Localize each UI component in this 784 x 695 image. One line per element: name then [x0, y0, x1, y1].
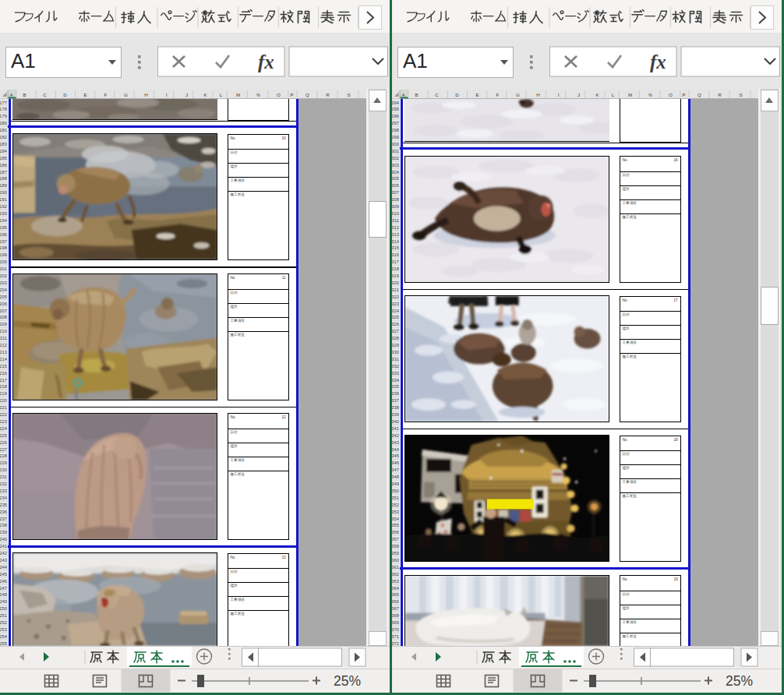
svg-text:G: G — [124, 92, 128, 97]
svg-text:225: 225 — [0, 433, 7, 438]
svg-text:346: 346 — [392, 460, 399, 465]
svg-text:221: 221 — [0, 405, 7, 410]
svg-text:188: 188 — [0, 176, 7, 181]
svg-text:183: 183 — [0, 142, 7, 146]
svg-text:227: 227 — [0, 447, 7, 452]
svg-text:229: 229 — [0, 460, 7, 465]
svg-text:252: 252 — [0, 620, 7, 625]
svg-text:R: R — [718, 92, 722, 97]
svg-text:364: 364 — [392, 586, 400, 591]
svg-text:214: 214 — [0, 357, 8, 362]
svg-text:180: 180 — [0, 121, 7, 125]
svg-text:181: 181 — [0, 128, 7, 132]
svg-text:233: 233 — [0, 489, 7, 493]
svg-text:Q: Q — [305, 92, 309, 97]
svg-text:F: F — [104, 92, 108, 97]
svg-text:300: 300 — [392, 142, 399, 146]
svg-text:365: 365 — [392, 592, 399, 597]
svg-text:177: 177 — [0, 101, 7, 105]
svg-text:189: 189 — [0, 183, 7, 188]
svg-text:232: 232 — [0, 482, 7, 486]
svg-text:J: J — [577, 92, 580, 97]
svg-text:196: 196 — [0, 232, 7, 237]
svg-text:230: 230 — [0, 467, 7, 472]
svg-text:212: 212 — [0, 343, 7, 348]
svg-text:319: 319 — [392, 273, 399, 278]
svg-text:310: 310 — [392, 211, 399, 216]
svg-text:236: 236 — [0, 510, 7, 514]
svg-text:295: 295 — [392, 107, 399, 111]
svg-text:231: 231 — [0, 475, 7, 479]
svg-text:178: 178 — [0, 107, 7, 111]
svg-text:203: 203 — [0, 280, 7, 285]
svg-text:209: 209 — [0, 322, 7, 326]
svg-text:217: 217 — [0, 378, 7, 383]
svg-text:313: 313 — [392, 232, 399, 237]
svg-text:O: O — [669, 92, 673, 97]
svg-text:213: 213 — [0, 350, 7, 355]
svg-text:240: 240 — [0, 537, 7, 542]
svg-text:244: 244 — [0, 565, 8, 570]
svg-text:305: 305 — [392, 176, 399, 181]
svg-text:326: 326 — [392, 322, 399, 326]
svg-text:255: 255 — [0, 641, 7, 646]
svg-text:202: 202 — [0, 273, 7, 278]
svg-text:I: I — [166, 92, 168, 97]
svg-text:198: 198 — [0, 245, 7, 250]
svg-text:328: 328 — [392, 336, 399, 340]
svg-text:L: L — [220, 92, 223, 97]
svg-text:M: M — [236, 92, 240, 97]
svg-text:254: 254 — [0, 634, 8, 639]
svg-text:204: 204 — [0, 288, 8, 292]
svg-text:249: 249 — [0, 599, 7, 604]
svg-text:211: 211 — [0, 336, 7, 340]
svg-text:197: 197 — [0, 239, 7, 244]
svg-text:325: 325 — [392, 315, 399, 319]
svg-text:D: D — [455, 92, 459, 97]
svg-text:372: 372 — [392, 641, 399, 646]
svg-text:B: B — [23, 92, 26, 97]
svg-text:N: N — [648, 92, 652, 97]
svg-text:335: 335 — [392, 384, 399, 389]
svg-text:321: 321 — [392, 288, 399, 292]
svg-text:184: 184 — [0, 149, 8, 153]
svg-text:320: 320 — [392, 280, 399, 285]
svg-text:194: 194 — [0, 218, 8, 223]
svg-text:334: 334 — [392, 378, 400, 383]
svg-text:367: 367 — [392, 606, 399, 611]
svg-text:235: 235 — [0, 503, 7, 507]
svg-text:352: 352 — [392, 503, 399, 507]
svg-text:312: 312 — [392, 225, 399, 230]
svg-text:316: 316 — [392, 252, 399, 257]
svg-text:179: 179 — [0, 114, 7, 118]
svg-text:215: 215 — [0, 364, 7, 369]
svg-text:M: M — [628, 92, 632, 97]
svg-text:330: 330 — [392, 350, 399, 355]
svg-text:356: 356 — [392, 530, 399, 534]
svg-text:336: 336 — [392, 391, 399, 396]
svg-text:185: 185 — [0, 156, 7, 161]
svg-text:F: F — [496, 92, 500, 97]
svg-text:366: 366 — [392, 599, 399, 604]
svg-text:P: P — [682, 92, 685, 97]
svg-text:253: 253 — [0, 627, 7, 632]
svg-text:345: 345 — [392, 453, 399, 458]
svg-text:315: 315 — [392, 245, 399, 250]
svg-text:O: O — [277, 92, 281, 97]
svg-text:322: 322 — [392, 295, 399, 299]
svg-text:222: 222 — [0, 412, 7, 417]
svg-text:C: C — [43, 92, 47, 97]
svg-text:219: 219 — [0, 391, 7, 396]
svg-text:298: 298 — [392, 128, 399, 132]
svg-text:193: 193 — [0, 211, 7, 216]
svg-text:195: 195 — [0, 225, 7, 230]
svg-text:25%: 25% — [334, 673, 361, 689]
svg-text:L: L — [612, 92, 615, 97]
svg-text:207: 207 — [0, 309, 7, 313]
svg-text:302: 302 — [392, 156, 399, 161]
svg-text:354: 354 — [392, 517, 400, 521]
svg-text:246: 246 — [0, 579, 7, 584]
svg-text:226: 226 — [0, 440, 7, 445]
svg-text:N: N — [256, 92, 260, 97]
svg-text:317: 317 — [392, 259, 399, 264]
